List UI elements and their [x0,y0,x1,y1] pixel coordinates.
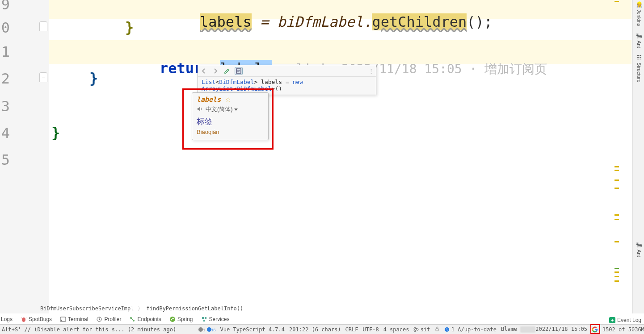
toolwin-logs[interactable]: Logs [1,316,13,322]
back-icon[interactable] [200,67,208,75]
git-branch[interactable]: sit [413,326,430,333]
fold-toggle[interactable]: − [39,72,47,82]
status-indent[interactable]: 4 spaces [383,326,409,333]
translate-popup[interactable]: labels ☆ 中文(简体) 标签 Biāoqiān [192,92,269,140]
event-log-button[interactable]: ✦ Event Log [609,317,641,323]
speaker-icon[interactable] [197,106,203,113]
terminal-icon [60,316,66,322]
line-number: 2 [0,71,10,86]
ant-icon: 🐜 [636,241,642,248]
status-bg-tasks[interactable]: 1 16 [198,326,215,333]
svg-line-5 [21,317,22,318]
svg-line-6 [25,317,26,318]
line-number: 5 [0,153,10,167]
status-blame[interactable]: Blame 2022/11/18 15:05 [501,326,587,333]
translate-word: labels [197,96,221,104]
line-number: 3 [0,99,10,113]
translate-lang[interactable]: 中文(简体) [206,105,238,113]
status-bar: Alt+S' // (Disable alert for this s... (… [0,324,644,334]
svg-point-12 [170,317,175,322]
code-line[interactable]: labels = biDfmLabel.getChildren(); [165,0,492,48]
profiler-icon [96,316,102,322]
bug-icon [21,316,27,322]
status-message[interactable]: Alt+S' // (Disable alert for this s... (… [2,326,176,333]
status-uptodate[interactable]: 1 Δ/up-to-date [444,326,497,333]
favorite-icon[interactable]: ☆ [225,96,231,103]
status-caret[interactable]: 201:22 (6 chars) [289,326,341,333]
right-tool-tabs: 👷 Jenkins 🐜 Ant ☷ Structure 🐜 Ant [632,0,644,313]
code-text: (); [467,13,492,30]
spring-icon [169,316,176,322]
edit-icon[interactable] [223,67,231,75]
code-line[interactable]: } [89,70,98,87]
toggle-render-icon[interactable] [235,67,243,75]
highlight-box: labels ☆ 中文(简体) 标签 Biāoqiān [182,88,274,150]
line-number: 0 [0,21,10,35]
status-memory[interactable]: 1502 of 5036M [602,326,644,333]
ant-icon: 🐜 [636,32,642,39]
method-call: getChildren [372,13,467,30]
breadcrumb-item[interactable]: BiDfmUserSubscribeServiceImpl [40,305,134,312]
code-line[interactable]: } [51,124,60,141]
error-stripe-area[interactable] [614,0,619,282]
svg-rect-15 [203,320,205,321]
forward-icon[interactable] [211,67,219,75]
svg-point-17 [414,330,416,332]
services-icon [201,316,207,322]
svg-point-4 [22,317,25,322]
toolwin-profiler[interactable]: Profiler [96,316,121,322]
structure-icon: ☷ [636,54,642,61]
svg-rect-14 [205,317,206,319]
svg-line-11 [131,318,133,320]
breadcrumb[interactable]: BiDfmUserSubscribeServiceImpl 〉 findByPe… [40,304,243,313]
right-tab-jenkins[interactable]: 👷 Jenkins [636,1,642,26]
status-eol[interactable]: CRLF [345,326,358,333]
line-number: 9 [0,0,10,12]
svg-rect-19 [436,329,438,331]
toolwin-terminal[interactable]: Terminal [60,316,88,322]
line-number: 4 [0,126,10,140]
status-encoding[interactable]: UTF-8 [363,326,379,333]
status-ts[interactable]: Vue TypeScript 4.7.4 [220,326,285,333]
line-number: 1 [0,45,10,59]
variable: labels [200,13,252,30]
highlight-box-small [590,324,600,334]
translate-pinyin: Biāoqiān [197,129,264,135]
breadcrumb-item[interactable]: findByPermissionGetLabelInfo() [147,305,244,312]
right-tab-ant[interactable]: 🐜 Ant [636,32,642,48]
toolwin-spring[interactable]: Spring [169,316,193,322]
jenkins-icon: 👷 [636,1,642,8]
doc-popup-toolbar: ⋮ [198,65,376,77]
svg-rect-7 [60,317,66,321]
endpoints-icon [129,316,135,322]
right-tab-ant-2[interactable]: 🐜 Ant [636,241,642,257]
svg-rect-13 [202,317,204,319]
fold-toggle[interactable]: − [39,21,47,31]
right-tab-structure[interactable]: ☷ Structure [636,54,642,83]
lock-icon[interactable] [434,326,440,333]
tool-window-tabs: Logs SpotBugs Terminal Profiler Endpoint… [0,314,230,324]
code-text: = biDfmLabel. [252,13,372,30]
toolwin-endpoints[interactable]: Endpoints [129,316,161,322]
code-line[interactable]: } [125,19,134,36]
event-log-icon: ✦ [609,317,615,323]
svg-point-16 [414,327,416,329]
translate-result: 标签 [197,116,264,127]
toolwin-spotbugs[interactable]: SpotBugs [21,316,52,322]
breadcrumb-separator: 〉 [138,305,143,313]
toolwin-services[interactable]: Services [201,316,230,322]
gutter: 9 0 1 2 3 4 5 − − [0,0,49,313]
more-icon[interactable]: ⋮ [368,67,374,74]
editor[interactable]: 9 0 1 2 3 4 5 − − labels = biDfmLabel.ge… [0,0,631,313]
